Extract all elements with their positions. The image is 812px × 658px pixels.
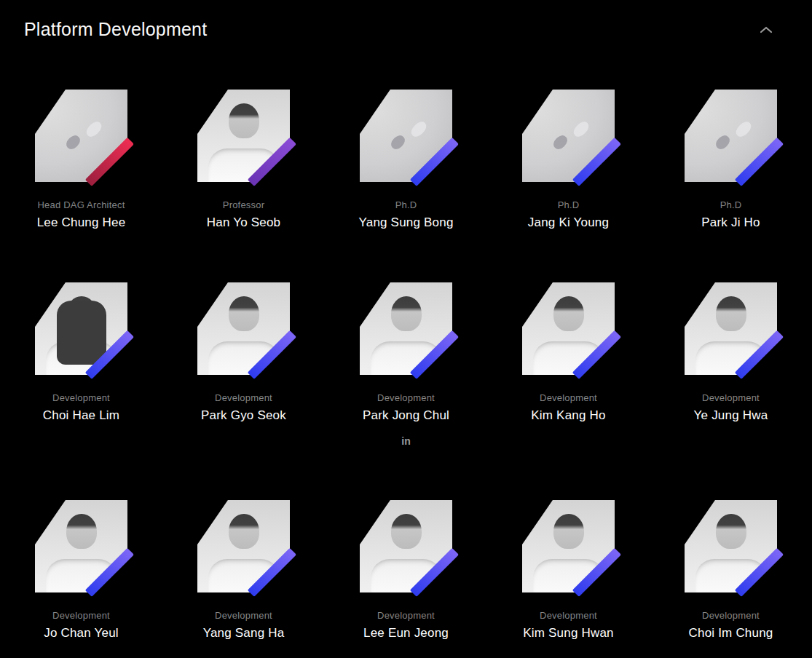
member-photo [197, 90, 290, 182]
team-member-card: DevelopmentKim Sung Hwan [487, 500, 650, 641]
member-photo [522, 500, 615, 592]
placeholder-avatar-image [522, 90, 615, 182]
member-name: Lee Chung Hee [37, 215, 126, 230]
member-photo [197, 282, 290, 375]
member-name: Jo Chan Yeul [44, 626, 119, 641]
member-photo [360, 500, 452, 592]
team-member-card: DevelopmentKim Kang Ho [487, 282, 650, 448]
member-avatar [35, 500, 127, 592]
member-photo [685, 282, 777, 375]
photo-head-shape [66, 514, 97, 549]
member-name: Yang Sung Bong [358, 215, 453, 230]
member-name: Choi Im Chung [689, 626, 773, 641]
team-member-card: DevelopmentChoi Im Chung [650, 500, 812, 641]
member-name: Kim Kang Ho [531, 408, 605, 423]
photo-head-shape [553, 514, 584, 549]
member-role: Head DAG Architect [38, 199, 125, 210]
photo-head-shape [553, 296, 584, 331]
member-avatar [685, 282, 777, 375]
team-member-card: DevelopmentJo Chan Yeul [0, 500, 162, 641]
team-member-card: Ph.DJang Ki Young [487, 90, 650, 230]
photo-head-shape [716, 514, 746, 549]
placeholder-avatar-image [685, 90, 777, 182]
member-photo [360, 282, 452, 375]
member-role: Development [215, 610, 272, 621]
member-avatar [360, 282, 452, 375]
member-name: Park Gyo Seok [201, 408, 286, 423]
member-name: Han Yo Seob [207, 215, 280, 230]
team-member-card: Ph.DYang Sung Bong [325, 90, 487, 230]
team-member-card: DevelopmentLee Eun Jeong [325, 500, 487, 641]
member-avatar [522, 500, 615, 592]
member-role: Development [540, 610, 597, 621]
member-photo [35, 282, 127, 375]
member-photo [35, 500, 127, 592]
member-photo [522, 282, 615, 375]
member-role: Development [377, 392, 435, 403]
placeholder-avatar-image [360, 90, 452, 182]
member-photo [197, 500, 290, 592]
collapse-section-button[interactable] [757, 23, 776, 36]
member-role: Ph.D [720, 199, 742, 210]
team-member-card: Ph.DPark Ji Ho [650, 90, 812, 230]
member-name: Park Ji Ho [701, 215, 760, 230]
member-photo [685, 500, 777, 592]
member-name: Choi Hae Lim [43, 408, 119, 423]
photo-head-shape [66, 296, 97, 331]
team-member-card: Head DAG ArchitectLee Chung Hee [0, 90, 162, 230]
member-name: Ye Jung Hwa [694, 408, 768, 423]
team-member-card: ProfessorHan Yo Seob [162, 90, 325, 230]
member-role: Development [702, 392, 760, 403]
member-avatar [360, 500, 452, 592]
member-name: Kim Sung Hwan [523, 626, 614, 641]
team-member-card: DevelopmentPark Gyo Seok [162, 282, 325, 448]
member-role: Development [52, 610, 110, 621]
member-avatar [522, 282, 615, 375]
photo-head-shape [229, 296, 259, 331]
page-title: Platform Development [24, 19, 207, 40]
member-avatar [522, 90, 615, 182]
photo-head-shape [391, 514, 422, 549]
member-name: Park Jong Chul [363, 408, 449, 423]
photo-head-shape [229, 514, 259, 549]
section-header: Platform Development [0, 0, 812, 40]
photo-head-shape [391, 296, 422, 331]
member-name: Yang Sang Ha [203, 626, 285, 641]
linkedin-icon[interactable]: in [401, 435, 410, 448]
team-member-card: DevelopmentChoi Hae Lim [0, 282, 162, 448]
member-avatar [197, 90, 290, 182]
photo-head-shape [229, 103, 259, 138]
member-avatar [35, 90, 127, 182]
member-social-row: in [401, 435, 410, 448]
member-avatar [685, 500, 777, 592]
member-role: Development [377, 610, 435, 621]
photo-head-shape [716, 296, 746, 331]
member-avatar [360, 90, 452, 182]
chevron-up-icon [760, 25, 773, 36]
member-role: Ph.D [558, 199, 580, 210]
member-role: Development [540, 392, 597, 403]
member-name: Jang Ki Young [528, 215, 609, 230]
placeholder-avatar-image [35, 90, 127, 182]
team-grid: Head DAG ArchitectLee Chung HeeProfessor… [0, 90, 812, 658]
member-role: Professor [223, 199, 264, 210]
member-role: Development [215, 392, 272, 403]
member-avatar [35, 282, 127, 375]
team-member-card: DevelopmentYang Sang Ha [162, 500, 325, 641]
member-role: Development [52, 392, 110, 403]
member-avatar [685, 90, 777, 182]
team-member-card: DevelopmentPark Jong Chulin [325, 282, 487, 448]
member-role: Ph.D [395, 199, 417, 210]
member-avatar [197, 500, 290, 592]
member-avatar [197, 282, 290, 375]
team-member-card: DevelopmentYe Jung Hwa [650, 282, 812, 448]
member-name: Lee Eun Jeong [363, 626, 449, 641]
member-role: Development [702, 610, 760, 621]
